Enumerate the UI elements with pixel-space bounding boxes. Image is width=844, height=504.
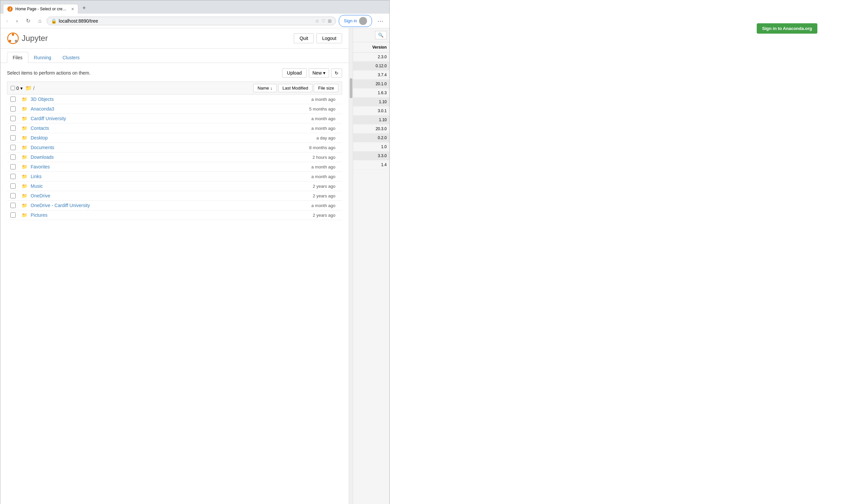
table-row[interactable]: 📁 Anaconda3 5 months ago xyxy=(7,104,342,114)
file-modified-time: a month ago xyxy=(285,203,339,208)
folder-icon: 📁 xyxy=(22,96,27,102)
tab-clusters[interactable]: Clusters xyxy=(57,52,85,63)
row-checkbox[interactable] xyxy=(10,116,16,121)
folder-icon: 📁 xyxy=(22,164,27,169)
back-button[interactable]: ‹ xyxy=(4,17,11,25)
table-row[interactable]: 📁 OneDrive - Cardiff University a month … xyxy=(7,201,342,210)
actions-text: Select items to perform actions on them. xyxy=(7,70,91,76)
file-name-link[interactable]: Pictures xyxy=(31,212,282,218)
version-rows: 2.3.00.12.03.7.420.1.01.6.31.103.0.11.10… xyxy=(353,53,389,169)
folder-icon: 📁 xyxy=(22,174,27,179)
tab-groups-icon[interactable]: ⊞ xyxy=(328,18,332,24)
actions-buttons: Upload New ▾ ↻ xyxy=(282,68,342,77)
svg-point-1 xyxy=(12,34,14,36)
tab-favicon: J xyxy=(7,6,13,12)
file-modified-time: 2 years ago xyxy=(285,213,339,218)
table-row[interactable]: 📁 Music 2 years ago xyxy=(7,181,342,191)
row-checkbox[interactable] xyxy=(10,212,16,218)
table-row[interactable]: 📁 Links a month ago xyxy=(7,172,342,181)
sign-in-button[interactable]: Sign in xyxy=(339,15,372,27)
address-bar[interactable]: 🔒 ☆ ♡ ⊞ xyxy=(47,17,336,25)
lock-icon: 🔒 xyxy=(51,18,57,24)
anaconda-signin-button[interactable]: Sign in to Anaconda.org xyxy=(757,23,817,34)
search-button[interactable]: 🔍 xyxy=(375,31,387,39)
table-row[interactable]: 📁 3D Objects a month ago xyxy=(7,94,342,104)
row-checkbox[interactable] xyxy=(10,135,16,141)
file-modified-time: a month ago xyxy=(285,164,339,169)
search-icon: 🔍 xyxy=(378,33,384,38)
row-checkbox[interactable] xyxy=(10,174,16,179)
version-row: 20.1.0 xyxy=(353,79,389,89)
row-checkbox[interactable] xyxy=(10,126,16,131)
folder-icon: 📁 xyxy=(22,183,27,189)
nav-bar: ‹ › ↻ ⌂ 🔒 ☆ ♡ ⊞ Sign in ⋯ xyxy=(0,14,389,28)
table-row[interactable]: 📁 OneDrive 2 years ago xyxy=(7,191,342,201)
table-row[interactable]: 📁 Favorites a month ago xyxy=(7,162,342,172)
row-checkbox[interactable] xyxy=(10,96,16,102)
table-row[interactable]: 📁 Pictures 2 years ago xyxy=(7,210,342,220)
row-checkbox[interactable] xyxy=(10,193,16,198)
tab-running[interactable]: Running xyxy=(28,52,57,63)
new-tab-button[interactable]: + xyxy=(78,3,90,14)
file-modified-time: a month ago xyxy=(285,116,339,121)
upload-button[interactable]: Upload xyxy=(282,68,307,77)
table-row[interactable]: 📁 Cardiff University a month ago xyxy=(7,114,342,124)
table-row[interactable]: 📁 Downloads 2 hours ago xyxy=(7,152,342,162)
file-name-link[interactable]: Music xyxy=(31,183,282,189)
jupyter-logo: Jupyter xyxy=(7,32,48,44)
folder-icon: 📁 xyxy=(22,106,27,111)
path-folder-icon: 📁 xyxy=(25,85,32,91)
sign-in-label: Sign in xyxy=(344,18,357,23)
last-modified-sort-button[interactable]: Last Modified xyxy=(278,84,312,92)
refresh-button[interactable]: ↻ xyxy=(331,69,342,77)
row-checkbox[interactable] xyxy=(10,106,16,111)
quit-button[interactable]: Quit xyxy=(294,33,314,43)
table-row[interactable]: 📁 Desktop a day ago xyxy=(7,133,342,143)
file-modified-time: a month ago xyxy=(285,97,339,102)
header-actions: Quit Logout xyxy=(294,33,342,43)
file-name-link[interactable]: 3D Objects xyxy=(31,96,282,102)
table-row[interactable]: 📁 Contacts a month ago xyxy=(7,124,342,133)
version-row: 1.10 xyxy=(353,97,389,107)
forward-button[interactable]: › xyxy=(13,17,20,25)
new-button[interactable]: New ▾ xyxy=(309,68,329,77)
row-checkbox[interactable] xyxy=(10,203,16,208)
tab-close-button[interactable]: × xyxy=(71,6,74,12)
file-name-link[interactable]: Links xyxy=(31,174,282,179)
home-button[interactable]: ⌂ xyxy=(36,17,44,25)
file-name-link[interactable]: Desktop xyxy=(31,135,282,141)
browser-window: J Home Page - Select or create a n × + ‹… xyxy=(0,0,390,504)
tab-files[interactable]: Files xyxy=(7,52,28,63)
select-all-checkbox[interactable] xyxy=(11,86,15,90)
row-checkbox[interactable] xyxy=(10,145,16,150)
folder-icon: 📁 xyxy=(22,203,27,208)
refresh-button[interactable]: ↻ xyxy=(23,16,33,25)
file-name-link[interactable]: Cardiff University xyxy=(31,116,282,121)
row-checkbox[interactable] xyxy=(10,183,16,189)
version-row: 0.12.0 xyxy=(353,61,389,71)
star-icon[interactable]: ☆ xyxy=(315,18,319,24)
scrollbar[interactable] xyxy=(349,28,353,504)
table-row[interactable]: 📁 Documents 8 months ago xyxy=(7,143,342,152)
file-name-link[interactable]: Downloads xyxy=(31,155,282,160)
file-name-link[interactable]: OneDrive xyxy=(31,193,282,198)
file-size-sort-button[interactable]: File size xyxy=(314,84,338,92)
row-checkbox[interactable] xyxy=(10,164,16,169)
collection-icon[interactable]: ♡ xyxy=(321,18,326,24)
file-name-link[interactable]: Contacts xyxy=(31,126,282,131)
file-name-link[interactable]: Documents xyxy=(31,145,282,150)
file-name-link[interactable]: OneDrive - Cardiff University xyxy=(31,203,282,208)
jupyter-tabs: Files Running Clusters xyxy=(0,52,349,63)
row-checkbox[interactable] xyxy=(10,155,16,160)
file-name-link[interactable]: Favorites xyxy=(31,164,282,169)
file-name-link[interactable]: Anaconda3 xyxy=(31,106,282,111)
active-tab[interactable]: J Home Page - Select or create a n × xyxy=(3,4,78,14)
side-panel: 🔍 Version 2.3.00.12.03.7.420.1.01.6.31.1… xyxy=(353,28,389,504)
url-input[interactable] xyxy=(59,18,313,24)
scrollbar-thumb[interactable] xyxy=(350,78,352,98)
more-button[interactable]: ⋯ xyxy=(375,16,386,26)
logout-button[interactable]: Logout xyxy=(316,33,342,43)
version-row: 2.3.0 xyxy=(353,53,389,61)
file-rows-container: 📁 3D Objects a month ago 📁 Anaconda3 5 m… xyxy=(7,94,342,220)
name-sort-button[interactable]: Name ↓ xyxy=(253,84,277,92)
